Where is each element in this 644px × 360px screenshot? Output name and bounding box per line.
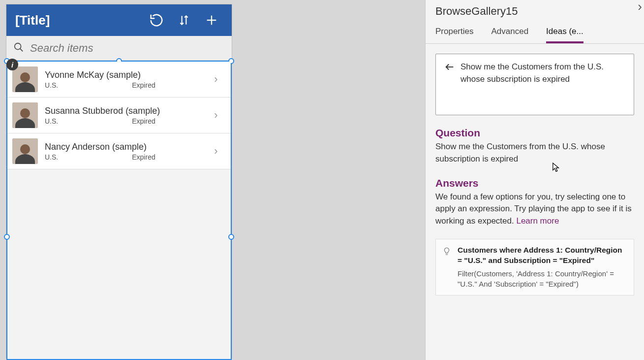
search-input[interactable] bbox=[30, 42, 225, 55]
customer-name: Susanna Stubberod (sample) bbox=[45, 106, 209, 116]
customer-status: Expired bbox=[132, 153, 155, 161]
customer-country: U.S. bbox=[45, 117, 58, 125]
learn-more-link[interactable]: Learn more bbox=[516, 216, 559, 226]
search-row bbox=[6, 36, 232, 61]
browse-gallery[interactable]: i Yvonne McKay (sample) U.S. Expired › S… bbox=[6, 61, 232, 360]
suggestion-card[interactable]: Customers where Address 1: Country/Regio… bbox=[435, 239, 634, 295]
suggestion-description: Customers where Address 1: Country/Regio… bbox=[458, 245, 627, 266]
resize-handle[interactable] bbox=[4, 234, 10, 240]
tab-properties[interactable]: Properties bbox=[435, 24, 473, 43]
chevron-right-icon[interactable]: › bbox=[209, 72, 223, 86]
customer-country: U.S. bbox=[45, 81, 58, 89]
gallery-item[interactable]: Susanna Stubberod (sample) U.S. Expired … bbox=[7, 98, 231, 133]
info-icon[interactable]: i bbox=[6, 59, 18, 70]
ideas-query-text: Show me the Customers from the U.S. whos… bbox=[460, 61, 626, 85]
customer-name: Nancy Anderson (sample) bbox=[45, 142, 209, 152]
chevron-right-icon[interactable]: › bbox=[209, 144, 223, 158]
search-icon bbox=[13, 42, 24, 55]
selected-control-name: BrowseGallery15 bbox=[426, 3, 644, 24]
answers-heading: Answers bbox=[435, 177, 634, 189]
customer-name: Yvonne McKay (sample) bbox=[45, 70, 209, 80]
avatar bbox=[12, 66, 38, 92]
ideas-query-box[interactable]: Show me the Customers from the U.S. whos… bbox=[435, 54, 634, 115]
refresh-button[interactable] bbox=[145, 9, 168, 32]
question-heading: Question bbox=[435, 127, 634, 139]
avatar bbox=[12, 102, 38, 128]
pane-tabs: Properties Advanced Ideas (e... bbox=[426, 24, 644, 44]
chevron-right-icon[interactable]: › bbox=[209, 108, 223, 122]
property-pane: › BrowseGallery15 Properties Advanced Id… bbox=[425, 0, 644, 360]
lightbulb-icon bbox=[442, 245, 452, 256]
app-title: [Title] bbox=[15, 13, 140, 28]
add-button[interactable] bbox=[200, 9, 223, 32]
avatar bbox=[12, 138, 38, 164]
back-arrow-icon[interactable] bbox=[444, 61, 456, 73]
question-text: Show me the Customers from the U.S. whos… bbox=[435, 141, 634, 165]
customer-status: Expired bbox=[132, 117, 155, 125]
svg-point-0 bbox=[15, 43, 21, 49]
app-preview: [Title] i Yvonne McKay (sample) U.S. bbox=[6, 4, 232, 359]
resize-handle[interactable] bbox=[228, 234, 234, 240]
suggestion-formula: Filter(Customers, 'Address 1: Country/Re… bbox=[458, 269, 627, 289]
tab-advanced[interactable]: Advanced bbox=[491, 24, 528, 43]
customer-status: Expired bbox=[132, 81, 155, 89]
gallery-item[interactable]: Nancy Anderson (sample) U.S. Expired › bbox=[7, 133, 231, 169]
customer-country: U.S. bbox=[45, 153, 58, 161]
tab-ideas[interactable]: Ideas (e... bbox=[546, 24, 583, 43]
answers-text: We found a few options for you, try sele… bbox=[435, 191, 634, 228]
pane-chevron-right-icon[interactable]: › bbox=[638, 0, 642, 14]
app-header: [Title] bbox=[6, 4, 232, 36]
gallery-item[interactable]: Yvonne McKay (sample) U.S. Expired › bbox=[7, 62, 231, 98]
sort-button[interactable] bbox=[173, 9, 195, 32]
